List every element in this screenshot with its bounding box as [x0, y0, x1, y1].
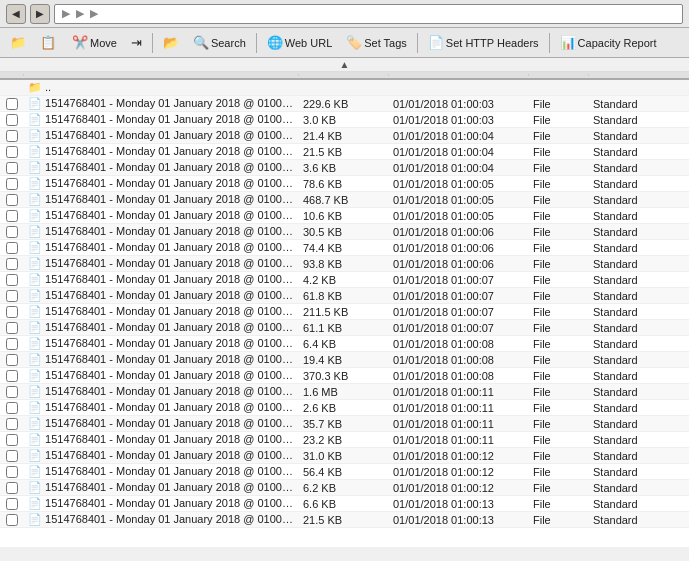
table-row[interactable]: 📄 1514768401 - Monday 01 January 2018 @ … — [0, 480, 689, 496]
table-row[interactable]: 📄 1514768401 - Monday 01 January 2018 @ … — [0, 448, 689, 464]
row-checkbox[interactable] — [6, 466, 18, 478]
new-folder-button[interactable]: 📁 — [4, 31, 32, 55]
row-checkbox[interactable] — [6, 514, 18, 526]
table-row[interactable]: 📄 1514768401 - Monday 01 January 2018 @ … — [0, 368, 689, 384]
row-checkbox-cell[interactable] — [0, 321, 24, 335]
table-row[interactable]: 📁 .. — [0, 80, 689, 96]
row-checkbox[interactable] — [6, 226, 18, 238]
row-checkbox-cell[interactable] — [0, 305, 24, 319]
row-checkbox[interactable] — [6, 274, 18, 286]
table-row[interactable]: 📄 1514768401 - Monday 01 January 2018 @ … — [0, 192, 689, 208]
row-checkbox[interactable] — [6, 354, 18, 366]
row-checkbox[interactable] — [6, 370, 18, 382]
web-url-button[interactable]: 🌐 Web URL — [261, 31, 338, 55]
table-row[interactable]: 📄 1514768401 - Monday 01 January 2018 @ … — [0, 240, 689, 256]
table-row[interactable]: 📄 1514768401 - Monday 01 January 2018 @ … — [0, 512, 689, 528]
row-checkbox-cell[interactable] — [0, 369, 24, 383]
back-button[interactable]: ◀ — [6, 4, 26, 24]
row-checkbox[interactable] — [6, 290, 18, 302]
table-row[interactable]: 📄 1514768401 - Monday 01 January 2018 @ … — [0, 496, 689, 512]
row-checkbox-cell[interactable] — [0, 337, 24, 351]
col-size[interactable] — [299, 74, 389, 76]
table-row[interactable]: 📄 1514768401 - Monday 01 January 2018 @ … — [0, 416, 689, 432]
table-row[interactable]: 📄 1514768401 - Monday 01 January 2018 @ … — [0, 400, 689, 416]
row-checkbox[interactable] — [6, 242, 18, 254]
col-storage[interactable] — [589, 74, 689, 76]
row-checkbox-cell[interactable] — [0, 433, 24, 447]
row-checkbox-cell[interactable] — [0, 145, 24, 159]
row-checkbox-cell[interactable] — [0, 129, 24, 143]
row-checkbox-cell[interactable] — [0, 97, 24, 111]
open-folder-button[interactable]: 📂 — [157, 31, 185, 55]
row-checkbox-cell[interactable] — [0, 497, 24, 511]
row-name: 📄 1514768401 - Monday 01 January 2018 @ … — [24, 480, 299, 495]
row-checkbox[interactable] — [6, 418, 18, 430]
forward-button[interactable]: ▶ — [30, 4, 50, 24]
row-checkbox[interactable] — [6, 434, 18, 446]
row-checkbox-cell[interactable] — [0, 353, 24, 367]
row-checkbox[interactable] — [6, 338, 18, 350]
row-checkbox-cell[interactable] — [0, 113, 24, 127]
row-checkbox-cell[interactable] — [0, 177, 24, 191]
row-checkbox-cell[interactable] — [0, 209, 24, 223]
col-name[interactable] — [24, 74, 299, 76]
move-button[interactable]: ✂️ Move — [66, 31, 123, 55]
table-row[interactable]: 📄 1514768401 - Monday 01 January 2018 @ … — [0, 464, 689, 480]
table-row[interactable]: 📄 1514768401 - Monday 01 January 2018 @ … — [0, 160, 689, 176]
table-row[interactable]: 📄 1514768401 - Monday 01 January 2018 @ … — [0, 96, 689, 112]
table-row[interactable]: 📄 1514768401 - Monday 01 January 2018 @ … — [0, 208, 689, 224]
row-checkbox[interactable] — [6, 450, 18, 462]
row-checkbox[interactable] — [6, 146, 18, 158]
row-checkbox[interactable] — [6, 482, 18, 494]
row-checkbox[interactable] — [6, 98, 18, 110]
row-checkbox-cell[interactable] — [0, 513, 24, 527]
table-row[interactable]: 📄 1514768401 - Monday 01 January 2018 @ … — [0, 256, 689, 272]
set-http-headers-button[interactable]: 📄 Set HTTP Headers — [422, 31, 545, 55]
row-checkbox[interactable] — [6, 258, 18, 270]
row-checkbox-cell[interactable] — [0, 385, 24, 399]
table-row[interactable]: 📄 1514768401 - Monday 01 January 2018 @ … — [0, 384, 689, 400]
table-row[interactable]: 📄 1514768401 - Monday 01 January 2018 @ … — [0, 224, 689, 240]
table-row[interactable]: 📄 1514768401 - Monday 01 January 2018 @ … — [0, 128, 689, 144]
row-checkbox[interactable] — [6, 114, 18, 126]
col-type[interactable] — [529, 74, 589, 76]
set-tags-button[interactable]: 🏷️ Set Tags — [340, 31, 413, 55]
row-checkbox-cell[interactable] — [0, 257, 24, 271]
row-checkbox-cell[interactable] — [0, 417, 24, 431]
row-checkbox-cell[interactable] — [0, 193, 24, 207]
table-row[interactable]: 📄 1514768401 - Monday 01 January 2018 @ … — [0, 144, 689, 160]
row-checkbox[interactable] — [6, 306, 18, 318]
row-checkbox-cell[interactable] — [0, 401, 24, 415]
table-row[interactable]: 📄 1514768401 - Monday 01 January 2018 @ … — [0, 352, 689, 368]
row-checkbox-cell[interactable] — [0, 449, 24, 463]
row-checkbox-cell[interactable] — [0, 465, 24, 479]
table-row[interactable]: 📄 1514768401 - Monday 01 January 2018 @ … — [0, 336, 689, 352]
col-date[interactable] — [389, 74, 529, 76]
table-row[interactable]: 📄 1514768401 - Monday 01 January 2018 @ … — [0, 272, 689, 288]
row-checkbox[interactable] — [6, 194, 18, 206]
row-checkbox-cell[interactable] — [0, 225, 24, 239]
row-checkbox[interactable] — [6, 210, 18, 222]
table-row[interactable]: 📄 1514768401 - Monday 01 January 2018 @ … — [0, 432, 689, 448]
row-checkbox-cell[interactable] — [0, 161, 24, 175]
row-checkbox[interactable] — [6, 178, 18, 190]
table-row[interactable]: 📄 1514768401 - Monday 01 January 2018 @ … — [0, 112, 689, 128]
capacity-report-button[interactable]: 📊 Capacity Report — [554, 31, 663, 55]
table-row[interactable]: 📄 1514768401 - Monday 01 January 2018 @ … — [0, 304, 689, 320]
table-row[interactable]: 📄 1514768401 - Monday 01 January 2018 @ … — [0, 288, 689, 304]
search-button[interactable]: 🔍 Search — [187, 31, 252, 55]
row-checkbox[interactable] — [6, 162, 18, 174]
row-checkbox-cell[interactable] — [0, 481, 24, 495]
table-row[interactable]: 📄 1514768401 - Monday 01 January 2018 @ … — [0, 176, 689, 192]
row-checkbox[interactable] — [6, 402, 18, 414]
copy-button[interactable]: 📋 — [34, 31, 64, 55]
row-checkbox[interactable] — [6, 130, 18, 142]
row-checkbox-cell[interactable] — [0, 289, 24, 303]
row-checkbox-cell[interactable] — [0, 241, 24, 255]
row-checkbox-cell[interactable] — [0, 273, 24, 287]
row-checkbox[interactable] — [6, 386, 18, 398]
table-row[interactable]: 📄 1514768401 - Monday 01 January 2018 @ … — [0, 320, 689, 336]
row-checkbox[interactable] — [6, 498, 18, 510]
tab-button[interactable]: ⇥ — [125, 31, 148, 55]
row-checkbox[interactable] — [6, 322, 18, 334]
